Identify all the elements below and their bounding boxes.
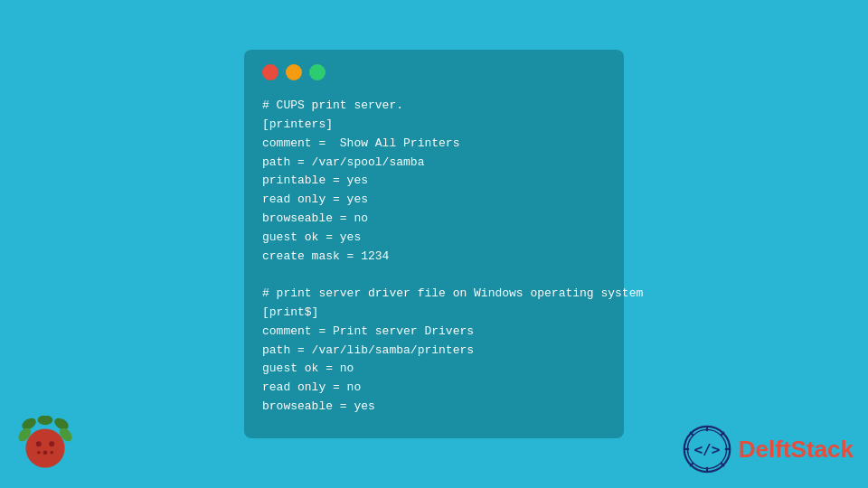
delft-part: Delft — [739, 436, 791, 463]
stack-part: Stack — [791, 436, 854, 463]
minimize-button[interactable] — [286, 64, 302, 80]
svg-point-8 — [43, 450, 48, 455]
svg-point-9 — [37, 451, 41, 455]
svg-point-10 — [50, 451, 53, 455]
close-button[interactable] — [262, 64, 278, 80]
svg-text:</>: </> — [693, 441, 720, 458]
svg-point-1 — [38, 416, 53, 425]
title-bar — [262, 64, 606, 80]
delftstack-logo: </> DelftStack — [683, 425, 854, 474]
svg-point-5 — [25, 428, 64, 467]
code-content: # CUPS print server. [printers] comment … — [262, 97, 606, 417]
delftstack-text: DelftStack — [739, 436, 854, 464]
terminal-window: # CUPS print server. [printers] comment … — [244, 50, 624, 438]
raspberry-pi-logo — [18, 416, 72, 470]
svg-point-7 — [49, 441, 54, 446]
svg-point-6 — [36, 441, 42, 446]
maximize-button[interactable] — [309, 64, 326, 80]
